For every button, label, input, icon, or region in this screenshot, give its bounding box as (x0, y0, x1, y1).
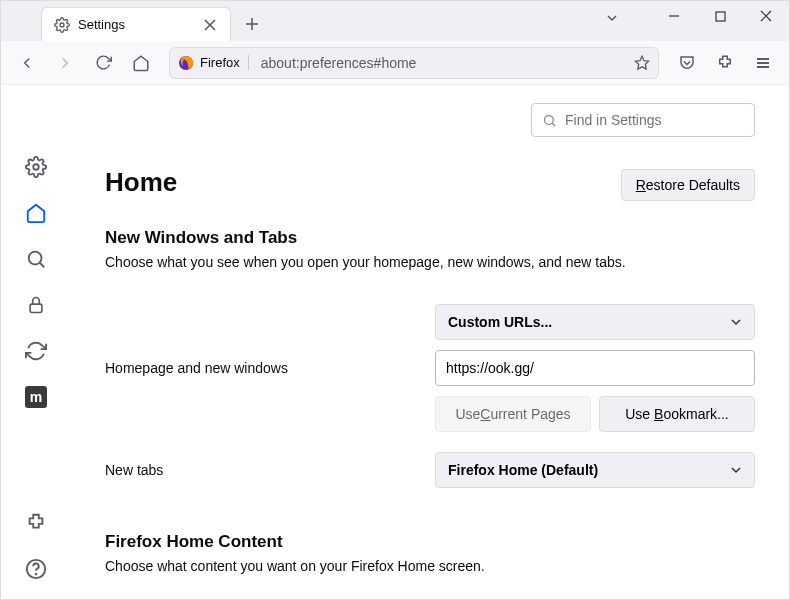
gear-icon (54, 17, 70, 33)
svg-rect-1 (716, 12, 725, 21)
homepage-mode-select[interactable]: Custom URLs... (435, 304, 755, 340)
pocket-button[interactable] (671, 47, 703, 79)
chevron-down-icon (730, 464, 742, 476)
extensions-button[interactable] (709, 47, 741, 79)
home-button[interactable] (125, 47, 157, 79)
sidebar-home-icon[interactable] (24, 201, 48, 225)
svg-point-0 (60, 23, 64, 27)
window-close-button[interactable] (743, 1, 789, 31)
use-bookmark-button[interactable]: Use Bookmark... (599, 396, 755, 432)
svg-point-9 (545, 115, 554, 124)
settings-main: Home Restore Defaults New Windows and Ta… (71, 85, 789, 600)
section-ffhome-title: Firefox Home Content (105, 532, 755, 552)
sidebar-help-icon[interactable] (24, 557, 48, 581)
reload-button[interactable] (87, 47, 119, 79)
section-new-windows-title: New Windows and Tabs (105, 228, 755, 248)
sidebar-general-icon[interactable] (24, 155, 48, 179)
search-icon (542, 113, 557, 128)
find-in-settings[interactable] (531, 103, 755, 137)
nav-toolbar: Firefox about:preferences#home (1, 41, 789, 85)
sidebar-sync-icon[interactable] (24, 339, 48, 363)
newtabs-value: Firefox Home (Default) (448, 462, 598, 478)
sidebar-search-icon[interactable] (24, 247, 48, 271)
homepage-label: Homepage and new windows (105, 360, 435, 376)
newtabs-label: New tabs (105, 462, 435, 478)
close-icon[interactable] (202, 17, 218, 33)
chevron-down-icon (730, 316, 742, 328)
url-identity-label: Firefox (200, 55, 249, 70)
menu-button[interactable] (747, 47, 779, 79)
new-tab-button[interactable] (237, 9, 267, 39)
restore-defaults-button[interactable]: Restore Defaults (621, 169, 755, 201)
svg-rect-6 (30, 304, 42, 312)
sidebar-privacy-icon[interactable] (24, 293, 48, 317)
tab-settings[interactable]: Settings (41, 7, 231, 41)
find-input[interactable] (565, 112, 744, 128)
tab-bar: Settings (1, 1, 789, 41)
forward-button[interactable] (49, 47, 81, 79)
homepage-mode-value: Custom URLs... (448, 314, 552, 330)
window-maximize-button[interactable] (697, 1, 743, 31)
svg-point-4 (33, 164, 39, 170)
tab-title: Settings (78, 17, 202, 32)
url-bar[interactable]: Firefox about:preferences#home (169, 47, 659, 79)
sidebar-m-icon[interactable]: m (24, 385, 48, 409)
homepage-url-input[interactable] (435, 350, 755, 386)
section-new-windows-desc: Choose what you see when you open your h… (105, 254, 755, 270)
settings-sidebar: m (1, 85, 71, 600)
section-ffhome-desc: Choose what content you want on your Fir… (105, 558, 755, 574)
back-button[interactable] (11, 47, 43, 79)
bookmark-star-icon[interactable] (634, 55, 650, 71)
sidebar-extensions-icon[interactable] (24, 511, 48, 535)
url-text: about:preferences#home (261, 55, 634, 71)
use-current-pages-button[interactable]: Use Current Pages (435, 396, 591, 432)
newtabs-select[interactable]: Firefox Home (Default) (435, 452, 755, 488)
svg-marker-3 (635, 56, 648, 69)
svg-point-5 (29, 252, 42, 265)
firefox-logo-icon (178, 55, 194, 71)
svg-point-8 (36, 574, 37, 575)
tab-list-button[interactable] (605, 11, 619, 25)
window-minimize-button[interactable] (651, 1, 697, 31)
